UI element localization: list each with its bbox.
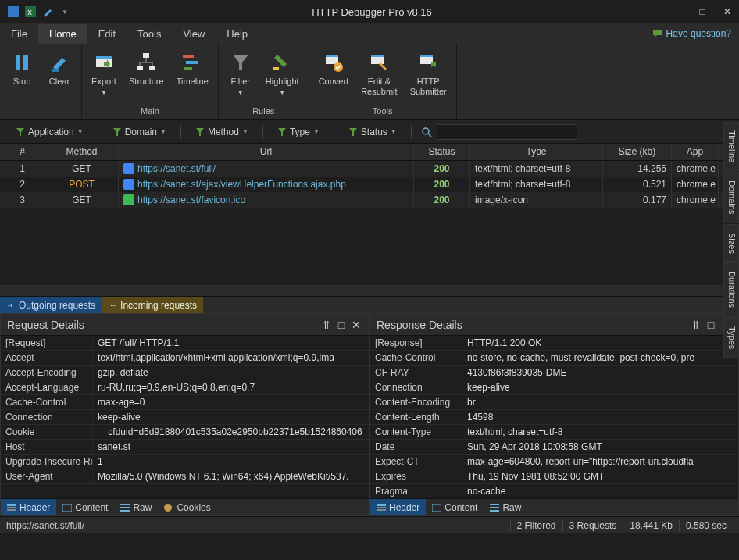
funnel-icon [16, 127, 25, 137]
close-button[interactable]: ✕ [722, 6, 733, 17]
table-row[interactable]: 3GEThttps://sanet.st/favicon.ico200image… [0, 192, 739, 208]
sidetab-domains[interactable]: Domains [723, 172, 739, 223]
funnel-icon [277, 127, 287, 137]
header-row[interactable]: Content-Encodingbr [370, 395, 738, 410]
status-filtered: 2 Filtered [510, 520, 562, 531]
col-app[interactable]: App [672, 144, 719, 160]
col-method[interactable]: Method [45, 144, 119, 160]
sidetab-timeline[interactable]: Timeline [723, 122, 739, 171]
filter-domain[interactable]: Domain▼ [108, 124, 171, 140]
header-row[interactable]: CF-RAY4130f86f3f839035-DME [370, 366, 738, 380]
structure-button[interactable]: Structure [124, 47, 169, 106]
maximize-button[interactable]: □ [697, 6, 708, 17]
col-url[interactable]: Url [119, 144, 414, 160]
status-url: https://sanet.st/full/ [6, 520, 84, 531]
col-status[interactable]: Status [414, 144, 470, 160]
tab-outgoing[interactable]: Outgoing requests [0, 297, 102, 313]
menu-home[interactable]: Home [38, 24, 87, 44]
menu-help[interactable]: Help [216, 24, 259, 44]
header-row[interactable]: Cache-Controlmax-age=0 [1, 395, 369, 410]
highlight-button[interactable]: Highlight▼ [261, 47, 304, 106]
svg-rect-25 [7, 507, 16, 508]
stop-button[interactable]: Stop [5, 47, 39, 106]
menu-edit[interactable]: Edit [87, 24, 127, 44]
svg-rect-28 [120, 504, 130, 505]
filter-type[interactable]: Type▼ [273, 124, 324, 140]
header-row[interactable]: Accept-Encodinggzip, deflate [1, 366, 369, 380]
minimize-button[interactable]: — [672, 6, 683, 17]
header-row[interactable]: Connectionkeep-alive [1, 410, 369, 425]
header-row[interactable]: User-AgentMozilla/5.0 (Windows NT 6.1; W… [1, 469, 369, 484]
filter-status[interactable]: Status▼ [344, 124, 402, 140]
filter-button[interactable]: Filter▼ [223, 47, 258, 106]
excel-icon[interactable]: X [23, 5, 37, 19]
http-submitter-button[interactable]: HTTP Submitter [405, 47, 452, 106]
menu-tools[interactable]: Tools [127, 24, 172, 44]
header-row[interactable]: Accepttext/html,application/xhtml+xml,ap… [1, 351, 369, 366]
dropdown-icon[interactable]: ▼ [58, 5, 72, 19]
table-row[interactable]: 1GEThttps://sanet.st/full/200text/html; … [0, 161, 739, 177]
res-tab-header[interactable]: Header [370, 499, 426, 515]
funnel-icon [112, 127, 122, 137]
arrow-left-icon [108, 301, 117, 310]
svg-rect-30 [120, 510, 130, 512]
export-button[interactable]: Export▼ [87, 47, 121, 106]
brush-icon[interactable] [41, 5, 55, 19]
svg-rect-37 [490, 507, 499, 508]
sidetab-sizes[interactable]: Sizes [723, 224, 739, 262]
pin-icon[interactable]: ⥣ [320, 319, 333, 331]
header-row[interactable]: Content-Typetext/html; charset=utf-8 [370, 425, 738, 440]
req-tab-raw[interactable]: Raw [114, 499, 158, 515]
col-size[interactable]: Size (kb) [603, 144, 672, 160]
header-row[interactable]: Cache-Controlno-store, no-cache, must-re… [370, 351, 738, 366]
header-row[interactable]: Hostsanet.st [1, 440, 369, 455]
filter-method[interactable]: Method▼ [191, 124, 253, 140]
req-tab-header[interactable]: Header [1, 499, 56, 515]
tab-incoming[interactable]: Incoming requests [102, 297, 203, 313]
header-row[interactable]: Content-Length14598 [370, 410, 738, 425]
close-panel-icon[interactable]: ✕ [350, 319, 362, 331]
header-row[interactable]: Expect-CTmax-age=604800, report-uri="htt… [370, 455, 738, 469]
app-icon [6, 5, 20, 19]
header-row[interactable]: Upgrade-Insecure-Req1 [1, 455, 369, 469]
header-row[interactable]: Accept-Languageru-RU,ru;q=0.9,en-US;q=0.… [1, 380, 369, 395]
req-tab-cookies[interactable]: Cookies [158, 499, 216, 515]
header-row[interactable]: Pragmano-cache [370, 484, 738, 498]
timeline-button[interactable]: Timeline [172, 47, 213, 106]
col-type[interactable]: Type [470, 144, 603, 160]
req-tab-content[interactable]: Content [56, 499, 114, 515]
svg-rect-24 [7, 504, 16, 506]
convert-button[interactable]: Convert [314, 47, 354, 106]
header-row[interactable]: [Response]HTTP/1.1 200 OK [370, 336, 738, 351]
search-input[interactable] [437, 124, 577, 140]
edit-resubmit-button[interactable]: Edit & Resubmit [356, 47, 402, 106]
res-tab-content[interactable]: Content [426, 499, 484, 515]
svg-text:X: X [27, 9, 32, 16]
res-tab-raw[interactable]: Raw [484, 499, 527, 515]
maximize-panel-icon[interactable]: □ [705, 319, 717, 331]
favicon-icon [123, 194, 134, 205]
pin-icon[interactable]: ⥣ [690, 319, 702, 331]
table-row[interactable]: 2POSThttps://sanet.st/ajax/viewHelperFun… [0, 177, 739, 192]
header-row[interactable]: Connectionkeep-alive [370, 380, 738, 395]
sidetab-types[interactable]: Types [723, 318, 739, 358]
col-num[interactable]: # [0, 144, 45, 160]
header-icon [7, 504, 16, 512]
have-question-link[interactable]: Have question? [644, 28, 739, 39]
response-details-panel: Response Details ⥣ □ ✕ [Response]HTTP/1.… [370, 313, 739, 516]
menu-view[interactable]: View [172, 24, 216, 44]
sidetab-durations[interactable]: Durations [723, 262, 739, 316]
svg-rect-12 [186, 61, 198, 64]
header-row[interactable]: [Request]GET /full/ HTTP/1.1 [1, 336, 369, 351]
header-row[interactable]: DateSun, 29 Apr 2018 10:08:58 GMT [370, 440, 738, 455]
request-details-panel: Request Details ⥣ □ ✕ [Request]GET /full… [0, 313, 370, 516]
menu-file[interactable]: File [0, 24, 38, 44]
svg-rect-10 [149, 66, 155, 70]
maximize-panel-icon[interactable]: □ [335, 319, 348, 331]
header-row[interactable]: Cookie__cfduid=d5d91880401c535a02e2950bb… [1, 425, 369, 440]
clear-button[interactable]: Clear [42, 47, 77, 106]
horizontal-scrollbar[interactable] [0, 285, 739, 296]
svg-rect-29 [120, 507, 130, 508]
filter-application[interactable]: Application▼ [11, 124, 88, 140]
header-row[interactable]: ExpiresThu, 19 Nov 1981 08:52:00 GMT [370, 469, 738, 484]
